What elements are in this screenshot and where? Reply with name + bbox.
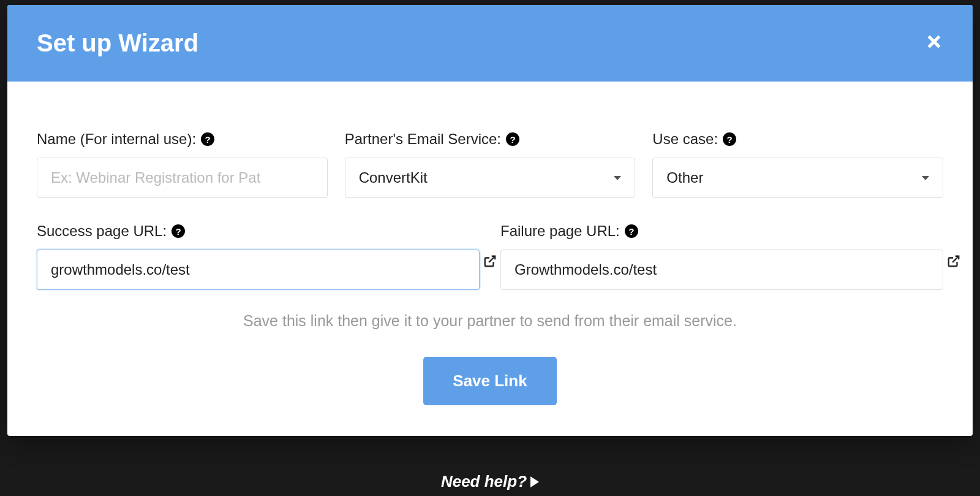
- help-icon[interactable]: ?: [723, 132, 736, 146]
- failure-url-group: Failure page URL: ?: [500, 223, 943, 290]
- success-url-group: Success page URL: ?: [37, 223, 480, 290]
- failure-url-label-text: Failure page URL:: [500, 223, 620, 240]
- form-row-top: Name (For internal use): ? Partner's Ema…: [37, 131, 943, 198]
- use-case-label-text: Use case:: [652, 131, 718, 148]
- name-label-text: Name (For internal use):: [37, 131, 196, 148]
- email-service-group: Partner's Email Service: ? ConvertKit: [345, 131, 636, 198]
- use-case-value: Other: [666, 169, 703, 186]
- form-row-urls: Success page URL: ?: [37, 223, 943, 290]
- modal-header: Set up Wizard: [7, 5, 973, 82]
- need-help-link[interactable]: Need help?: [441, 472, 539, 491]
- failure-url-wrapper: [500, 250, 943, 290]
- close-icon[interactable]: [925, 31, 943, 56]
- setup-wizard-modal: Set up Wizard Name (For internal use): ?…: [7, 5, 973, 436]
- svg-line-0: [489, 256, 495, 262]
- use-case-select[interactable]: Other: [652, 158, 943, 198]
- play-icon: [530, 476, 539, 487]
- use-case-group: Use case: ? Other: [652, 131, 943, 198]
- need-help-text: Need help?: [441, 472, 527, 491]
- success-url-wrapper: [37, 250, 480, 290]
- button-row: Save Link: [37, 357, 943, 405]
- failure-url-label: Failure page URL: ?: [500, 223, 943, 240]
- save-link-button[interactable]: Save Link: [423, 357, 556, 405]
- external-link-icon[interactable]: [947, 254, 960, 270]
- helper-text: Save this link then give it to your part…: [37, 312, 943, 330]
- caret-down-icon: [614, 176, 621, 180]
- modal-title: Set up Wizard: [37, 29, 198, 57]
- email-service-value: ConvertKit: [359, 169, 428, 186]
- email-service-label-text: Partner's Email Service:: [345, 131, 501, 148]
- external-link-icon[interactable]: [483, 254, 497, 270]
- name-input[interactable]: [37, 158, 328, 198]
- use-case-label: Use case: ?: [652, 131, 943, 148]
- failure-url-input[interactable]: [500, 250, 943, 290]
- help-icon[interactable]: ?: [625, 224, 638, 238]
- help-bar: Need help?: [0, 462, 980, 496]
- caret-down-icon: [922, 176, 929, 180]
- modal-body: Name (For internal use): ? Partner's Ema…: [7, 82, 973, 436]
- help-icon[interactable]: ?: [201, 132, 214, 146]
- success-url-input[interactable]: [37, 250, 480, 290]
- success-url-label-text: Success page URL:: [37, 223, 167, 240]
- email-service-select[interactable]: ConvertKit: [345, 158, 636, 198]
- email-service-label: Partner's Email Service: ?: [345, 131, 636, 148]
- help-icon[interactable]: ?: [172, 224, 185, 238]
- help-icon[interactable]: ?: [506, 132, 519, 146]
- name-field-group: Name (For internal use): ?: [37, 131, 328, 198]
- success-url-label: Success page URL: ?: [37, 223, 480, 240]
- name-label: Name (For internal use): ?: [37, 131, 328, 148]
- svg-line-1: [952, 256, 959, 262]
